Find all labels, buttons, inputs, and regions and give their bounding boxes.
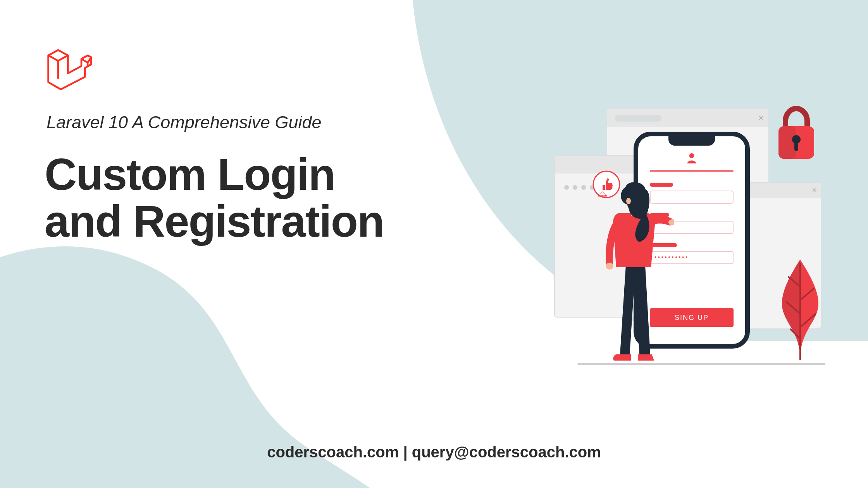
title-line-2: and Registration — [45, 198, 384, 245]
ground-shadow — [577, 363, 825, 365]
padlock-icon — [773, 105, 820, 163]
title-line-1: Custom Login — [45, 151, 384, 198]
leaf-icon — [771, 256, 829, 360]
close-icon: × — [758, 112, 764, 123]
close-icon: × — [812, 185, 817, 195]
svg-rect-3 — [794, 142, 798, 151]
svg-point-7 — [606, 263, 613, 270]
slide-canvas: Laravel 10 A Comprehensive Guide Custom … — [0, 0, 868, 488]
footer-text: coderscoach.com | query@coderscoach.com — [0, 443, 868, 461]
subtitle-text: Laravel 10 A Comprehensive Guide — [46, 112, 322, 132]
title-text: Custom Login and Registration — [45, 151, 384, 245]
illustration: × × — [554, 105, 818, 368]
user-icon — [686, 152, 698, 163]
person-illustration — [593, 161, 674, 362]
svg-point-10 — [626, 198, 631, 204]
laravel-logo-icon — [46, 46, 93, 93]
svg-point-5 — [689, 153, 694, 158]
phone-notch — [668, 136, 715, 146]
